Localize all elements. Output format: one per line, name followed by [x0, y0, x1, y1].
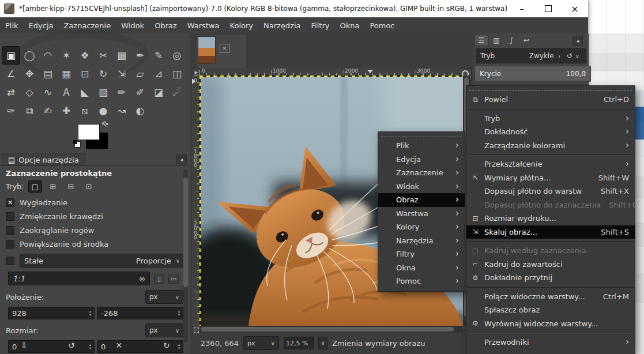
reset-options-icon[interactable]: ↻	[163, 341, 170, 350]
tool-unified-transform-icon[interactable]: ⊡	[76, 65, 94, 83]
menubar-item-warstwa[interactable]: Warstwa	[182, 17, 225, 33]
landscape-icon[interactable]: ▭	[168, 274, 179, 284]
image-menu-item-dokladnie-przytnij[interactable]: ⚙Dokładnie przytnij	[466, 271, 635, 285]
tool-ink-icon[interactable]: ✑	[2, 101, 20, 120]
image-menu-item-rozmiar-wydruku[interactable]: ⊟Rozmiar wydruku...	[466, 212, 635, 225]
close-button[interactable]: ×	[562, 0, 588, 17]
save-options-icon[interactable]: ⇩	[20, 341, 27, 350]
tool-paintbrush-icon[interactable]: ✐	[131, 83, 149, 101]
dock-collapse-icon[interactable]: ◂	[176, 155, 187, 164]
channels-tab-icon[interactable]: ▥	[489, 35, 503, 46]
layer-mode-dropdown[interactable]: Tryb Zwykłe ∨	[476, 48, 567, 63]
vertical-ruler[interactable]: 0 1000 2000	[192, 76, 200, 326]
tool-scissors-select-icon[interactable]: ✂	[94, 46, 112, 65]
image-menu-item-przewodniki[interactable]: Przewodniki›	[466, 336, 635, 349]
tool-mypaint-brush-icon[interactable]: ✍	[39, 101, 57, 120]
position-y-input[interactable]: -268 ▴▾	[97, 307, 183, 319]
tool-move-icon[interactable]: ✥	[20, 65, 39, 83]
image-menu-item-splaszcz-obraz[interactable]: Spłaszcz obraz	[466, 303, 635, 317]
minimize-button[interactable]: –	[509, 0, 535, 17]
image-menu-item-przeksztalcenie[interactable]: Przekształcenie›	[466, 157, 635, 171]
tear-off-line[interactable]	[381, 134, 462, 137]
context-item-filtry[interactable]: Filtry›	[378, 247, 465, 261]
fixed-dropdown[interactable]: Stałe Proporcje ∨	[20, 254, 184, 268]
opacity-slider[interactable]: Krycie 100,0	[474, 66, 591, 82]
image-tab[interactable]: ✕	[196, 35, 247, 71]
checkbox[interactable]	[6, 212, 14, 221]
tool-warp-transform-icon[interactable]: ∿	[39, 83, 57, 101]
tool-clone-icon[interactable]: ⧉	[20, 101, 39, 120]
tool-rotate-icon[interactable]: ↻	[94, 65, 112, 83]
tool-text-icon[interactable]: A	[57, 83, 76, 101]
tool-ellipse-select-icon[interactable]: ◯	[20, 46, 39, 65]
menubar-item-pomoc[interactable]: Pomoc	[364, 17, 400, 33]
context-item-obraz[interactable]: Obraz›	[378, 193, 465, 207]
delete-options-icon[interactable]: ✕	[115, 341, 122, 350]
mode-add-icon[interactable]: ⊞	[46, 180, 60, 193]
tool-airbrush-icon[interactable]: ☄	[168, 83, 186, 101]
portrait-icon[interactable]: ▯	[154, 274, 164, 284]
spinner-arrows-icon[interactable]: ▴▾	[87, 310, 95, 317]
tool-foreground-select-icon[interactable]: ▩	[112, 46, 131, 65]
image-menu-item-dokladnosc[interactable]: Dokładność›	[466, 125, 635, 139]
context-item-kolory[interactable]: Kolory›	[378, 220, 465, 234]
tool-measure-icon[interactable]: ∠	[2, 65, 20, 83]
layer-mode-reset-button[interactable]: ↺ ∨	[560, 48, 586, 63]
tool-transform-3d-icon[interactable]: ◫	[168, 65, 186, 83]
tool-scale-icon[interactable]: ⇲	[112, 65, 131, 83]
zoom-dropdown-icon[interactable]: ∨	[318, 337, 327, 349]
tool-eraser-icon[interactable]: ◪	[149, 83, 168, 101]
context-item-pomoc[interactable]: Pomoc›	[378, 274, 465, 288]
foreground-color-swatch[interactable]	[78, 124, 100, 140]
context-item-okna[interactable]: Okna›	[378, 261, 465, 275]
swap-colors-icon[interactable]: ⇄	[100, 118, 110, 129]
tool-paths-icon[interactable]: ✒	[131, 46, 149, 65]
close-icon[interactable]: ✕	[220, 44, 229, 53]
maximize-button[interactable]	[535, 0, 562, 17]
menubar-item-edycja[interactable]: Edycja	[24, 17, 59, 33]
mode-replace-icon[interactable]: ▢	[28, 180, 42, 193]
image-menu-item-dopasuj-plotno-do-warstw[interactable]: Dopasuj płótno do warstwShift+X	[466, 184, 635, 198]
tool-smudge-icon[interactable]: ↝	[112, 101, 131, 120]
zoom-level-input[interactable]: 12,5 %	[284, 337, 314, 349]
context-item-widok[interactable]: Widok›	[378, 180, 465, 194]
image-menu-item-polacz-widoczne-warstwy[interactable]: Połącz widoczne warstwy...Ctrl+M	[466, 290, 635, 304]
tool-rectangle-select-icon[interactable]: ▣	[2, 46, 20, 65]
tool-alignment-icon[interactable]: ▤	[39, 65, 57, 83]
undo-history-tab-icon[interactable]: ↩	[519, 35, 533, 46]
image-menu-item-wyrownaj-widoczne-warstwy[interactable]: ⚙Wyrównaj widoczne warstwy...	[466, 317, 635, 331]
fixed-checkbox[interactable]	[6, 257, 14, 265]
checkbox[interactable]	[6, 240, 14, 248]
tool-flip-icon[interactable]: ⇄	[2, 83, 20, 101]
tool-color-picker-icon[interactable]: ✎	[149, 46, 168, 65]
spinner-arrows-icon[interactable]: ▴▾	[176, 310, 183, 317]
menubar-item-narzedzia[interactable]: Narzędzia	[258, 17, 306, 33]
tool-shear-icon[interactable]: ▱	[131, 65, 149, 83]
tool-bucket-fill-icon[interactable]: ◣	[76, 83, 94, 101]
tool-heal-icon[interactable]: ✚	[57, 101, 76, 120]
tool-blur-sharpen-icon[interactable]: ●	[94, 101, 112, 120]
status-unit-dropdown[interactable]: px ∨	[243, 336, 279, 350]
tool-perspective-icon[interactable]: ⊿	[149, 65, 168, 83]
default-colors-icon[interactable]	[74, 141, 81, 148]
context-item-plik[interactable]: Plik›	[378, 139, 465, 153]
tool-cage-transform-icon[interactable]: ◇	[20, 83, 39, 101]
tool-fuzzy-select-icon[interactable]: ✶	[57, 46, 76, 65]
menubar-item-widok[interactable]: Widok	[116, 17, 149, 33]
tear-off-line[interactable]	[469, 88, 632, 91]
mode-intersect-icon[interactable]: ⊡	[82, 180, 96, 193]
mode-subtract-icon[interactable]: ⊟	[64, 180, 78, 193]
menubar-item-plik[interactable]: Plik	[0, 17, 24, 33]
image-menu-item-kadruj-wedlug-zaznaczenia[interactable]: ▢Kadruj według zaznaczenia	[466, 244, 635, 258]
menubar-item-okna[interactable]: Okna	[334, 17, 364, 33]
position-x-input[interactable]: 928 ▴▾	[8, 307, 95, 319]
layers-tab-icon[interactable]: ☰	[474, 35, 488, 46]
tool-options-scrollbar[interactable]	[183, 170, 188, 342]
spinner-arrows-icon[interactable]: ▴▾	[582, 66, 587, 82]
checkbox[interactable]: ✕	[6, 198, 14, 207]
tool-perspective-clone-icon[interactable]: ⧅	[76, 101, 94, 120]
clear-icon[interactable]: ⊗	[139, 274, 145, 283]
tab-tool-options[interactable]: ▤ Opcje narzędzia	[2, 153, 85, 166]
menubar-item-kolory[interactable]: Kolory	[225, 17, 258, 33]
image-menu-item-powiel[interactable]: ⧉PowielCtrl+D	[466, 93, 635, 107]
